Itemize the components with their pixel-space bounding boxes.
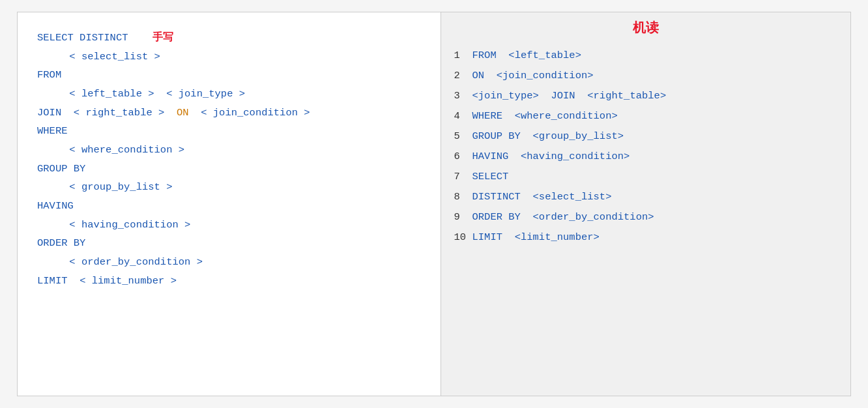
placeholder-order-by-condition: < order_by_condition > — [69, 256, 203, 268]
r8-placeholder: <select_list> — [527, 191, 611, 203]
right-panel-title: 机读 — [454, 19, 838, 36]
r10-keyword: LIMIT — [472, 231, 503, 243]
keyword-join: JOIN — [37, 107, 61, 119]
r5-keyword: GROUP BY — [472, 130, 521, 142]
r9-placeholder: <order_by_condition> — [527, 211, 654, 223]
r3-placeholder2: <right_table> — [581, 90, 666, 102]
right-line-6: 6 HAVING <having_condition> — [454, 147, 838, 167]
r7-keyword: SELECT — [472, 171, 509, 182]
right-line-3: 3 <join_type> JOIN <right_table> — [454, 86, 838, 106]
keyword-having: HAVING — [37, 200, 74, 212]
left-line-12: ORDER BY — [37, 234, 421, 253]
right-line-7: 7 SELECT — [454, 167, 838, 187]
r4-placeholder: <where_condition> — [508, 110, 617, 122]
placeholder-left-table: < left_table > — [69, 88, 154, 100]
left-line-1: SELECT DISTINCT 手写 — [37, 28, 421, 48]
left-line-6: WHERE — [37, 122, 421, 141]
left-line-8: GROUP BY — [37, 160, 421, 179]
left-line-14: LIMIT < limit_number > — [37, 272, 421, 291]
r5-placeholder: <group_by_list> — [527, 130, 624, 142]
r10-placeholder: <limit_number> — [508, 231, 600, 243]
placeholder-having-condition: < having_condition > — [69, 219, 190, 231]
r1-keyword: FROM — [472, 50, 497, 61]
r2-keyword: ON — [472, 70, 485, 81]
right-panel: 机读 1 FROM <left_table> 2 ON <join_condit… — [441, 12, 851, 396]
r2-placeholder: <join_condition> — [490, 70, 593, 81]
keyword-limit: LIMIT — [37, 275, 68, 287]
r3-keyword: JOIN — [545, 90, 575, 102]
right-line-2: 2 ON <join_condition> — [454, 66, 838, 86]
right-line-8: 8 DISTINCT <select_list> — [454, 187, 838, 207]
right-line-10: 10 LIMIT <limit_number> — [454, 227, 838, 248]
r9-keyword: ORDER BY — [472, 211, 521, 223]
keyword-where: WHERE — [37, 125, 68, 137]
keyword-from: FROM — [37, 69, 61, 81]
keyword-group-by: GROUP BY — [37, 163, 85, 175]
r1-placeholder: <left_table> — [502, 50, 581, 61]
r8-keyword: DISTINCT — [472, 191, 521, 203]
left-line-11: < having_condition > — [37, 216, 421, 235]
left-line-4: < left_table > < join_type > — [37, 85, 421, 104]
keyword-order-by: ORDER BY — [37, 237, 85, 249]
right-line-1: 1 FROM <left_table> — [454, 46, 838, 66]
keyword-select-distinct: SELECT DISTINCT — [37, 32, 128, 44]
placeholder-where-condition: < where_condition > — [69, 144, 184, 156]
right-line-4: 4 WHERE <where_condition> — [454, 106, 838, 126]
left-line-9: < group_by_list > — [37, 178, 421, 197]
right-line-9: 9 ORDER BY <order_by_condition> — [454, 207, 838, 227]
left-panel: SELECT DISTINCT 手写 < select_list > FROM … — [18, 12, 441, 396]
r6-placeholder: <having_condition> — [515, 151, 630, 162]
r4-keyword: WHERE — [472, 110, 503, 122]
label-handwritten: 手写 — [152, 31, 173, 42]
left-line-2: < select_list > — [37, 48, 421, 66]
left-line-13: < order_by_condition > — [37, 253, 421, 272]
r6-keyword: HAVING — [472, 151, 509, 162]
left-line-3: FROM — [37, 66, 421, 85]
placeholder-select-list: < select_list > — [69, 51, 160, 63]
left-line-10: HAVING — [37, 197, 421, 216]
left-line-5: JOIN < right_table > ON < join_condition… — [37, 104, 421, 123]
r3-placeholder1: <join_type> — [472, 90, 539, 102]
left-line-7: < where_condition > — [37, 141, 421, 160]
right-line-5: 5 GROUP BY <group_by_list> — [454, 126, 838, 147]
main-container: SELECT DISTINCT 手写 < select_list > FROM … — [17, 12, 851, 396]
placeholder-group-by-list: < group_by_list > — [69, 181, 172, 193]
